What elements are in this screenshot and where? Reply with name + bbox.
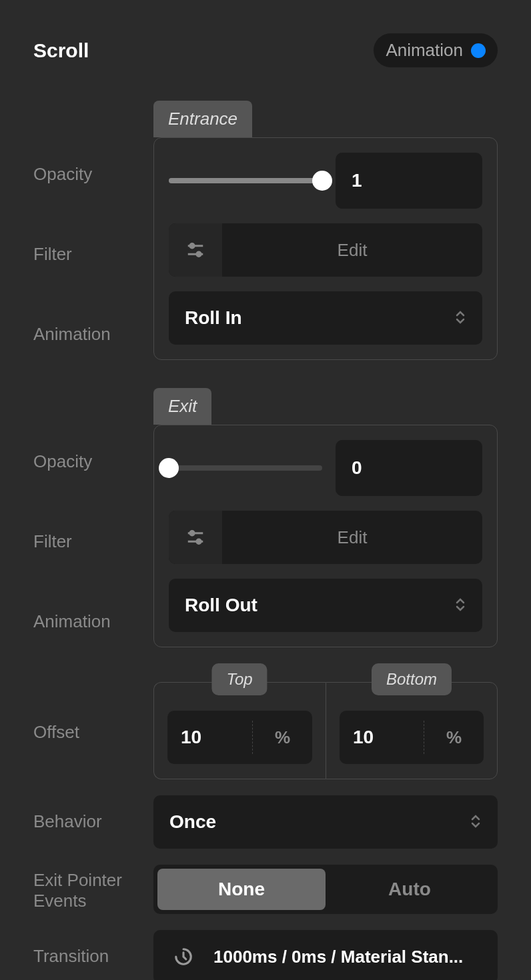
entrance-filter-edit-label: Edit [222,240,482,261]
exit-filter-label: Filter [33,508,153,575]
svg-point-5 [190,531,194,535]
exit-animation-label: Animation [33,589,153,655]
exit-group: 0 Edit Roll Out [153,425,498,647]
entrance-animation-label: Animation [33,301,153,368]
offset-top-tab: Top [211,663,267,695]
svg-point-1 [190,244,194,248]
entrance-filter-edit-button[interactable]: Edit [169,223,482,277]
exit-pointer-none[interactable]: None [157,869,326,910]
chevron-updown-icon [454,309,466,328]
entrance-opacity-slider[interactable] [169,178,322,183]
offset-top-input[interactable]: 10 % [167,711,312,764]
offset-top-box: 10 % [153,682,326,779]
behavior-value: Once [169,811,216,833]
sliders-icon [169,223,222,277]
exit-animation-select[interactable]: Roll Out [169,579,482,632]
behavior-label: Behavior [33,795,153,832]
offset-bottom-value: 10 [340,727,424,748]
exit-tab[interactable]: Exit [153,388,211,425]
transition-button[interactable]: 1000ms / 0ms / Material Stan... [153,930,498,980]
entrance-filter-label: Filter [33,221,153,287]
exit-opacity-slider[interactable] [169,465,322,471]
chevron-updown-icon [470,813,482,832]
offset-top-value: 10 [167,727,252,748]
exit-filter-edit-button[interactable]: Edit [169,511,482,564]
animation-pill-label: Animation [386,40,463,61]
transition-value: 1000ms / 0ms / Material Stan... [213,947,498,967]
exit-filter-edit-label: Edit [222,527,482,548]
animation-toggle-pill[interactable]: Animation [374,33,498,67]
offset-top-unit[interactable]: % [252,721,312,754]
timer-icon [153,930,213,980]
offset-bottom-input[interactable]: 10 % [340,711,484,764]
entrance-opacity-input[interactable]: 1 [336,153,482,209]
exit-opacity-input[interactable]: 0 [336,440,482,496]
panel-title: Scroll [33,39,89,62]
sliders-icon [169,511,222,564]
transition-label: Transition [33,930,153,967]
offset-bottom-tab: Bottom [372,663,452,695]
entrance-tab[interactable]: Entrance [153,101,252,137]
exit-opacity-label: Opacity [33,428,153,495]
exit-pointer-label: Exit Pointer Events [33,865,153,911]
svg-point-7 [197,539,201,543]
entrance-opacity-label: Opacity [33,141,153,207]
exit-pointer-auto[interactable]: Auto [326,869,494,910]
offset-label: Offset [33,682,153,743]
entrance-group: 1 Edit Roll In [153,137,498,360]
chevron-updown-icon [454,596,466,615]
behavior-select[interactable]: Once [153,795,498,849]
entrance-animation-select[interactable]: Roll In [169,291,482,345]
entrance-animation-value: Roll In [185,307,242,329]
animation-status-dot [471,43,486,58]
offset-bottom-unit[interactable]: % [424,721,484,754]
offset-bottom-box: 10 % [326,682,498,779]
svg-point-3 [197,252,201,256]
exit-pointer-segmented[interactable]: None Auto [153,865,498,914]
exit-animation-value: Roll Out [185,595,257,616]
